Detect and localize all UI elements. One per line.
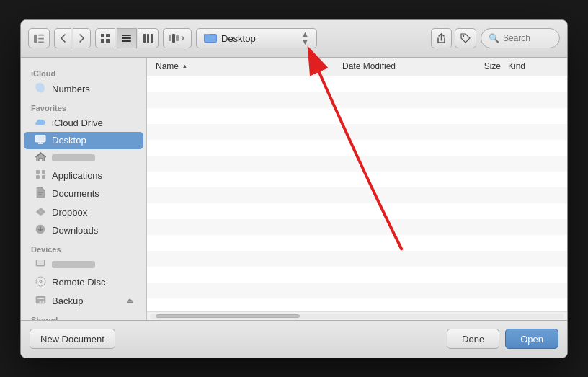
sidebar-item-applications[interactable]: Applications	[24, 167, 143, 185]
svg-rect-23	[37, 260, 44, 265]
toolbar: Desktop ▲ ▼	[21, 20, 567, 58]
new-document-button[interactable]: New Document	[30, 329, 115, 349]
table-row[interactable]	[147, 172, 567, 187]
icloud-drive-label: iCloud Drive	[52, 117, 133, 128]
svg-rect-3	[38, 41, 44, 43]
table-row[interactable]	[147, 76, 567, 92]
column-name[interactable]: Name ▲	[156, 61, 342, 71]
svg-rect-6	[176, 35, 179, 41]
search-icon: 🔍	[489, 33, 499, 43]
table-row[interactable]	[147, 156, 567, 172]
sidebar-section-devices: Devices	[21, 239, 146, 256]
applications-label: Applications	[52, 170, 133, 181]
file-rows	[147, 76, 567, 311]
table-row[interactable]	[147, 92, 567, 108]
svg-point-29	[42, 301, 44, 303]
table-row[interactable]	[147, 235, 567, 251]
sidebar-item-dropbox[interactable]: Dropbox	[24, 203, 143, 221]
search-box[interactable]: 🔍	[481, 28, 560, 48]
finder-window: Desktop ▲ ▼	[20, 19, 568, 358]
column-modified[interactable]: Date Modified	[342, 61, 450, 71]
open-button[interactable]: Open	[505, 329, 558, 349]
sidebar-item-desktop[interactable]: Desktop	[24, 132, 143, 149]
list-view-button[interactable]	[117, 28, 137, 48]
table-row[interactable]	[147, 124, 567, 140]
backup-label: Backup	[52, 296, 121, 306]
backup-icon	[34, 295, 47, 307]
sidebar-item-backup[interactable]: Backup ⏏	[24, 292, 143, 310]
table-row[interactable]	[147, 140, 567, 156]
documents-icon	[34, 187, 47, 200]
remote-disc-label: Remote Disc	[52, 277, 133, 288]
file-area: Name ▲ Date Modified Size Kind	[147, 58, 567, 320]
svg-rect-5	[172, 34, 175, 43]
done-button[interactable]: Done	[447, 329, 499, 349]
column-view-button[interactable]	[138, 28, 159, 48]
svg-rect-9	[205, 35, 216, 42]
sidebar-toggle-button[interactable]	[28, 28, 50, 48]
macbook-label-redacted	[52, 261, 95, 268]
eject-icon: ⏏	[126, 296, 133, 306]
table-row[interactable]	[147, 298, 567, 311]
table-row[interactable]	[147, 267, 567, 283]
sidebar-item-home[interactable]	[24, 149, 143, 167]
scrollbar-thumb[interactable]	[156, 314, 300, 318]
table-row[interactable]	[147, 108, 567, 124]
location-selector[interactable]: Desktop ▲ ▼	[196, 28, 317, 48]
sidebar-item-remote-disc[interactable]: Remote Disc	[24, 273, 143, 292]
sidebar-section-favorites: Favorites	[21, 98, 146, 115]
scrollbar-track	[150, 314, 564, 319]
desktop-icon	[34, 135, 47, 146]
desktop-label: Desktop	[52, 135, 133, 146]
table-row[interactable]	[147, 219, 567, 235]
location-label: Desktop	[221, 33, 297, 44]
downloads-label: Downloads	[52, 225, 133, 236]
dropbox-icon	[34, 206, 47, 218]
navigation-buttons	[54, 28, 91, 48]
tag-button[interactable]	[455, 28, 476, 48]
numbers-icon	[34, 83, 47, 95]
documents-label: Documents	[52, 188, 133, 199]
icon-view-button[interactable]	[95, 28, 115, 48]
coverflow-view-button[interactable]	[163, 28, 192, 48]
horizontal-scrollbar[interactable]	[147, 311, 567, 320]
svg-rect-18	[42, 175, 45, 179]
forward-button[interactable]	[73, 28, 91, 48]
downloads-icon	[34, 224, 47, 236]
search-input[interactable]	[503, 33, 553, 43]
bottom-bar: New Document Done Open	[21, 320, 567, 358]
sidebar-item-documents[interactable]: Documents	[24, 185, 143, 203]
svg-rect-11	[35, 135, 45, 142]
svg-rect-4	[169, 35, 172, 41]
desktop-folder-icon	[204, 32, 217, 45]
home-label-redacted	[52, 154, 95, 161]
icloud-drive-icon	[34, 117, 47, 129]
column-size[interactable]: Size	[450, 61, 501, 71]
svg-rect-2	[38, 37, 44, 39]
svg-rect-17	[36, 175, 40, 179]
back-button[interactable]	[54, 28, 71, 48]
sidebar-item-icloud-drive[interactable]: iCloud Drive	[24, 115, 143, 132]
table-row[interactable]	[147, 203, 567, 219]
sidebar-section-icloud: iCloud	[21, 63, 146, 80]
applications-icon	[34, 169, 47, 182]
svg-rect-28	[37, 298, 44, 299]
svg-rect-15	[36, 170, 40, 174]
share-button[interactable]	[431, 28, 452, 48]
svg-rect-1	[38, 34, 44, 35]
content-area: iCloud Numbers Favorites	[21, 58, 567, 320]
remote-disc-icon	[34, 276, 47, 289]
file-list-header: Name ▲ Date Modified Size Kind	[147, 58, 567, 76]
view-buttons	[95, 28, 159, 48]
sidebar: iCloud Numbers Favorites	[21, 58, 147, 320]
column-kind[interactable]: Kind	[501, 61, 558, 71]
table-row[interactable]	[147, 283, 567, 298]
table-row[interactable]	[147, 187, 567, 203]
dropbox-label: Dropbox	[52, 207, 133, 218]
sidebar-item-downloads[interactable]: Downloads	[24, 221, 143, 239]
table-row[interactable]	[147, 251, 567, 267]
location-arrows: ▲ ▼	[301, 30, 309, 46]
sidebar-item-macbook[interactable]	[24, 256, 143, 273]
svg-rect-0	[34, 34, 37, 42]
sidebar-item-numbers[interactable]: Numbers	[24, 80, 143, 98]
